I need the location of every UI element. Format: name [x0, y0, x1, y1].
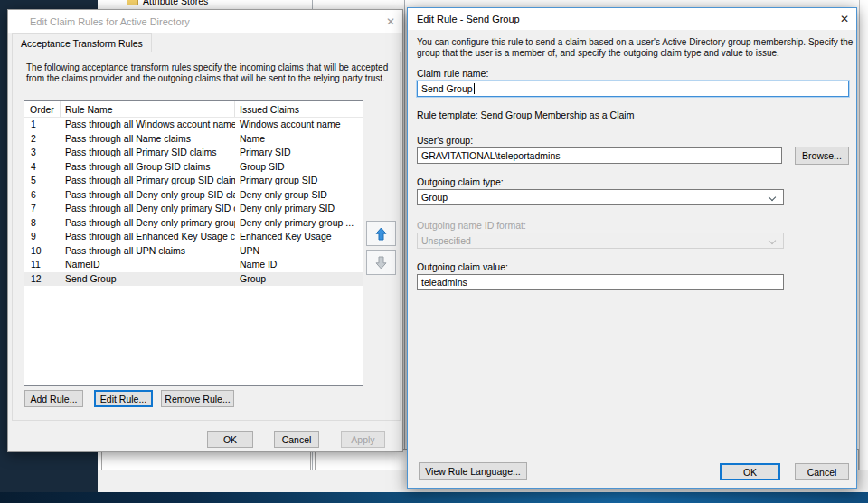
chevron-down-icon — [769, 237, 776, 244]
cell-order: 2 — [24, 132, 61, 147]
column-issued-claims[interactable]: Issued Claims — [235, 101, 363, 117]
browse-button[interactable]: Browse... — [795, 147, 849, 165]
cell-rule-name: NameID — [61, 258, 235, 272]
table-row[interactable]: 2Pass through all Name claimsName — [24, 132, 363, 147]
claim-rule-name-input[interactable]: Send Group — [417, 81, 849, 97]
tree-item-attribute-stores[interactable]: Attribute Stores — [127, 0, 208, 7]
cell-order: 4 — [24, 160, 61, 175]
rule-description: You can configure this rule to send a cl… — [417, 37, 854, 59]
remove-rule-button[interactable]: Remove Rule... — [161, 390, 234, 407]
move-down-button[interactable] — [366, 250, 396, 275]
cell-issued: Group SID — [235, 160, 363, 175]
left-dialog-titlebar[interactable]: Edit Claim Rules for Active Directory ✕ — [8, 10, 402, 33]
arrow-down-icon — [375, 256, 387, 270]
outgoing-claim-value-label: Outgoing claim value: — [417, 261, 508, 272]
outgoing-name-id-format-label: Outgoing name ID format: — [417, 220, 526, 231]
cell-rule-name: Pass through all Group SID claims — [61, 160, 235, 175]
right-dialog-titlebar[interactable]: Edit Rule - Send Group ✕ — [408, 8, 856, 30]
claim-rules-list[interactable]: Order Rule Name Issued Claims 1Pass thro… — [24, 100, 363, 386]
cell-issued: Primary SID — [235, 146, 363, 160]
edit-rule-button[interactable]: Edit Rule... — [94, 390, 153, 407]
outgoing-claim-value-value: teleadmins — [421, 277, 467, 288]
add-rule-button[interactable]: Add Rule... — [24, 390, 83, 407]
table-row[interactable]: 8Pass through all Deny only primary grou… — [24, 216, 363, 231]
outgoing-claim-type-label: Outgoing claim type: — [417, 176, 504, 187]
cell-order: 12 — [24, 272, 61, 287]
rule-template-text: Rule template: Send Group Membership as … — [417, 109, 634, 120]
cell-issued: Deny only group SID — [235, 188, 363, 203]
cell-rule-name: Pass through all Enhanced Key Usage cl..… — [61, 230, 235, 244]
table-row[interactable]: 6Pass through all Deny only group SID cl… — [24, 188, 363, 203]
table-row[interactable]: 11NameIDName ID — [24, 258, 363, 272]
cancel-button[interactable]: Cancel — [795, 463, 849, 480]
ok-button[interactable]: OK — [207, 431, 253, 448]
cell-rule-name: Pass through all Deny only primary group… — [61, 216, 235, 231]
taskbar-strip — [0, 492, 868, 503]
cancel-button[interactable]: Cancel — [274, 431, 319, 448]
close-icon[interactable]: ✕ — [379, 15, 402, 28]
outgoing-claim-type-value: Group — [421, 192, 448, 203]
users-group-value: GRAVITATIONAL\teleportadmins — [421, 150, 560, 161]
view-rule-language-button[interactable]: View Rule Language... — [419, 462, 527, 480]
cell-order: 9 — [24, 230, 61, 244]
users-group-input[interactable]: GRAVITATIONAL\teleportadmins — [417, 147, 782, 164]
cell-order: 11 — [24, 258, 61, 272]
cell-order: 5 — [24, 174, 61, 188]
claim-rule-name-value: Send Group — [421, 83, 473, 94]
claim-rule-name-label: Claim rule name: — [417, 68, 488, 79]
arrow-up-icon — [375, 227, 387, 241]
cell-rule-name: Pass through all Deny only group SID cla… — [61, 188, 235, 203]
table-row[interactable]: 9Pass through all Enhanced Key Usage cl.… — [24, 230, 363, 244]
table-row[interactable]: 12Send GroupGroup — [24, 272, 363, 287]
cell-issued: Deny only primary group ... — [235, 216, 363, 231]
cell-issued: Deny only primary SID — [235, 202, 363, 216]
cell-order: 1 — [24, 118, 61, 132]
table-row[interactable]: 3Pass through all Primary SID claimsPrim… — [24, 146, 363, 160]
tab-label: Acceptance Transform Rules — [21, 38, 143, 49]
outgoing-name-id-format-select: Unspecified — [417, 233, 784, 249]
column-order[interactable]: Order — [24, 101, 61, 117]
chevron-down-icon — [769, 194, 776, 201]
cell-order: 8 — [24, 216, 61, 231]
table-row[interactable]: 7Pass through all Deny only primary SID … — [24, 202, 363, 216]
cell-issued: Primary group SID — [235, 174, 363, 188]
cell-issued: Group — [235, 272, 363, 287]
users-group-label: User's group: — [417, 135, 473, 146]
cell-rule-name: Pass through all Windows account name... — [61, 118, 235, 132]
cell-order: 10 — [24, 244, 61, 259]
cell-issued: Name ID — [235, 258, 363, 272]
cell-rule-name: Pass through all Name claims — [61, 132, 235, 147]
cell-rule-name: Pass through all Primary group SID claim… — [61, 174, 235, 188]
table-row[interactable]: 5Pass through all Primary group SID clai… — [24, 174, 363, 188]
close-icon[interactable]: ✕ — [833, 13, 856, 25]
table-row[interactable]: 10Pass through all UPN claimsUPN — [24, 244, 363, 259]
cell-issued: Name — [235, 132, 363, 147]
outgoing-claim-value-input[interactable]: teleadmins — [417, 274, 784, 290]
tab-acceptance-transform-rules[interactable]: Acceptance Transform Rules — [12, 33, 152, 52]
rules-description: The following acceptance transform rules… — [26, 62, 393, 84]
cell-order: 3 — [24, 146, 61, 160]
table-row[interactable]: 4Pass through all Group SID claimsGroup … — [24, 160, 363, 175]
cell-rule-name: Pass through all UPN claims — [61, 244, 235, 259]
outgoing-name-id-format-value: Unspecified — [421, 235, 471, 246]
ok-button[interactable]: OK — [720, 463, 780, 480]
panel-divider — [859, 0, 860, 492]
cell-issued: Enhanced Key Usage — [235, 230, 363, 244]
left-dialog-title: Edit Claim Rules for Active Directory — [8, 16, 190, 27]
text-caret — [474, 83, 475, 94]
apply-button[interactable]: Apply — [341, 431, 385, 448]
right-dialog-title: Edit Rule - Send Group — [408, 14, 520, 24]
cell-issued: Windows account name — [235, 118, 363, 132]
table-row[interactable]: 1Pass through all Windows account name..… — [24, 118, 363, 132]
cell-rule-name: Send Group — [61, 272, 235, 287]
tree-item-label: Attribute Stores — [143, 0, 208, 6]
cell-order: 6 — [24, 188, 61, 203]
folder-icon — [127, 0, 138, 5]
cell-issued: UPN — [235, 244, 363, 259]
outgoing-claim-type-select[interactable]: Group — [417, 189, 784, 205]
edit-claim-rules-dialog: Edit Claim Rules for Active Directory ✕ … — [7, 9, 403, 452]
move-up-button[interactable] — [366, 221, 396, 246]
cell-rule-name: Pass through all Deny only primary SID c… — [61, 202, 235, 216]
column-rule-name[interactable]: Rule Name — [61, 101, 235, 117]
panel-divider — [404, 0, 405, 492]
